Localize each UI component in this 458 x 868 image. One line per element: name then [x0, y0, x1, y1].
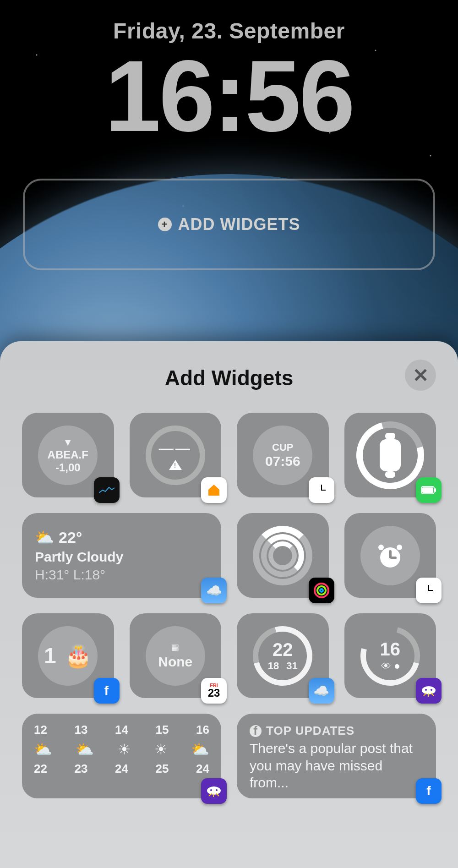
- fb-heading: TOP UPDATES: [266, 724, 354, 738]
- weather-condition: Partly Cloudy: [35, 548, 123, 566]
- stocks-disc: ▼ ABEA.F -1,00: [38, 426, 98, 485]
- forecast-icons-row: ⛅ ⛅ ☀ ☀ ⛅: [34, 741, 209, 758]
- svg-point-10: [431, 689, 432, 691]
- weather-hi-lo: H:31° L:18°: [35, 566, 123, 584]
- birthday-count: 1: [44, 643, 56, 668]
- widget-watch-battery[interactable]: [344, 413, 436, 497]
- widget-hourly-forecast[interactable]: 12 13 14 15 16 ⛅ ⛅ ☀ ☀ ⛅ 22 23 24 25 24: [22, 714, 221, 798]
- cal-badge-day: 23: [208, 688, 220, 698]
- svg-rect-2: [435, 488, 436, 492]
- svg-point-13: [216, 789, 218, 791]
- widget-reminders[interactable]: ▦ None FRI 23: [130, 613, 222, 698]
- sheet-header: Add Widgets ✕: [22, 360, 436, 396]
- weather-app-icon: ☁️: [309, 678, 334, 704]
- cake-icon: 🎂: [65, 643, 92, 669]
- weather-icon: ⛅: [76, 741, 94, 758]
- fb-update-text: There's a popular post that you may have…: [250, 740, 423, 792]
- world-clock-disc: CUP 07:56: [253, 426, 312, 485]
- calendar-app-icon: FRI 23: [201, 678, 227, 704]
- add-widgets-label: ADD WIDGETS: [178, 215, 300, 234]
- watch-icon: [380, 439, 401, 471]
- weather-icon: ⛅: [34, 741, 52, 758]
- alarm-icon: [360, 526, 420, 585]
- weather-icon: ☀: [118, 741, 131, 758]
- widget-grid: ▼ ABEA.F -1,00 ——: [22, 413, 436, 798]
- weather-icon: ☀: [154, 741, 168, 758]
- fitness-app-icon: [309, 578, 334, 603]
- home-gauge: ——: [146, 426, 205, 485]
- forecast-hours: 12 13 14 15 16: [34, 723, 209, 737]
- down-triangle-icon: ▼: [48, 437, 88, 448]
- widget-alarm[interactable]: [344, 513, 436, 598]
- facebook-icon: f: [250, 725, 262, 737]
- temp-gauge: 22 18 31: [253, 626, 312, 686]
- stocks-change: -1,00: [48, 461, 88, 474]
- forecast-temps: 22 23 24 25 24: [34, 762, 209, 776]
- sheet-title: Add Widgets: [165, 366, 294, 390]
- partly-cloudy-icon: ⛅: [35, 527, 54, 547]
- clock-app-icon: [416, 578, 442, 603]
- svg-rect-5: [390, 557, 397, 559]
- widget-facebook-updates[interactable]: f TOP UPDATES There's a popular post tha…: [237, 714, 436, 798]
- svg-point-6: [378, 545, 384, 550]
- svg-point-8: [422, 686, 436, 694]
- visibility-gauge: 16 👁: [360, 626, 420, 686]
- lock-screen-clock: Friday, 23. September 16:56: [0, 0, 458, 147]
- stocks-symbol: ABEA.F: [48, 448, 88, 461]
- lock-time: 16:56: [0, 46, 458, 147]
- reminders-label: None: [158, 654, 192, 670]
- widget-facebook-birthday[interactable]: 1 🎂 f: [22, 613, 114, 698]
- close-button[interactable]: ✕: [405, 360, 436, 391]
- weather-app-icon: ☁️: [201, 578, 227, 603]
- weather-temp: 22°: [59, 527, 82, 547]
- widget-weather-wide[interactable]: ⛅ 22° Partly Cloudy H:31° L:18° ☁️: [22, 513, 221, 598]
- widget-activity[interactable]: [237, 513, 329, 598]
- calendar-grid-icon: ▦: [158, 642, 192, 652]
- weather-icon: ⛅: [191, 741, 209, 758]
- stocks-app-icon: [94, 477, 120, 503]
- svg-point-11: [207, 786, 221, 795]
- warning-icon: [169, 460, 182, 470]
- battery-app-icon: [416, 477, 442, 503]
- widget-home-climate[interactable]: ——: [130, 413, 222, 497]
- close-icon: ✕: [413, 364, 429, 387]
- add-widgets-sheet: Add Widgets ✕ ▼ ABEA.F -1,00 ——: [0, 341, 458, 868]
- world-clock-time: 07:56: [265, 453, 300, 469]
- add-widgets-slot[interactable]: + ADD WIDGETS: [23, 179, 435, 270]
- facebook-app-icon: f: [416, 778, 442, 804]
- svg-point-9: [425, 689, 427, 691]
- widget-visibility-gauge[interactable]: 16 👁: [344, 613, 436, 698]
- home-app-icon: [201, 477, 227, 503]
- carrot-weather-app-icon: [416, 678, 442, 704]
- widget-stocks[interactable]: ▼ ABEA.F -1,00: [22, 413, 114, 497]
- activity-rings-icon: [253, 526, 312, 585]
- plus-icon: +: [158, 218, 172, 231]
- world-clock-city: CUP: [265, 442, 300, 453]
- facebook-app-icon: f: [94, 678, 120, 704]
- widget-weather-gauge[interactable]: 22 18 31 ☁️: [237, 613, 329, 698]
- clock-app-icon: [309, 477, 334, 503]
- widget-world-clock[interactable]: CUP 07:56: [237, 413, 329, 497]
- home-gauge-value: ——: [159, 440, 192, 457]
- svg-rect-1: [422, 487, 433, 493]
- svg-point-7: [397, 545, 402, 550]
- carrot-weather-app-icon: [201, 778, 227, 804]
- svg-point-12: [210, 789, 212, 791]
